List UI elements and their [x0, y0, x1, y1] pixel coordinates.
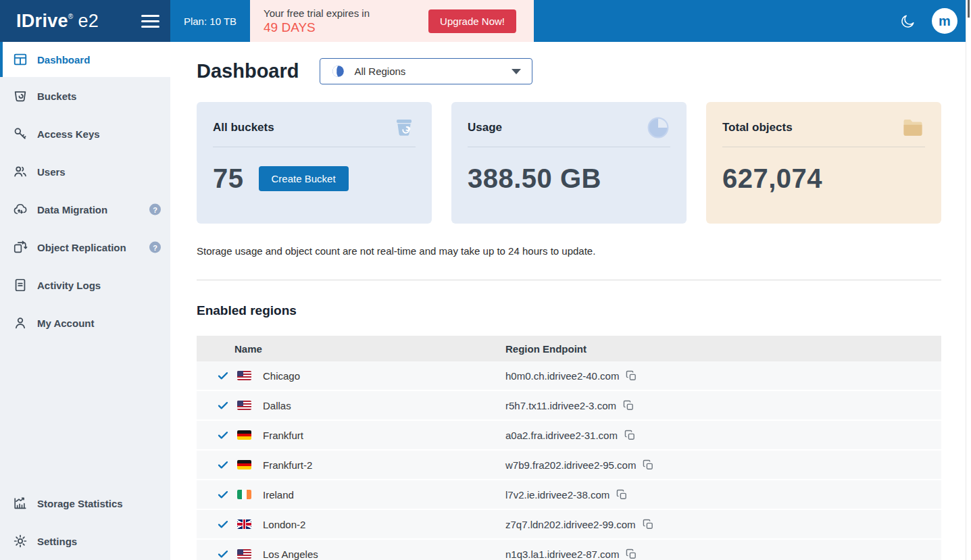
sidebar-item-storage-statistics[interactable]: Storage Statistics — [0, 484, 170, 522]
sidebar-item-users[interactable]: Users — [0, 153, 170, 190]
sidebar-item-label: My Account — [37, 317, 94, 329]
flag-icon — [237, 401, 251, 410]
person-icon — [13, 315, 28, 330]
region-endpoint: w7b9.fra202.idrivee2-95.com — [505, 459, 636, 471]
help-icon[interactable]: ? — [149, 242, 161, 253]
region-name: Dallas — [263, 400, 291, 411]
sidebar-item-label: Buckets — [37, 91, 76, 102]
region-endpoint: z7q7.ldn202.idrivee2-99.com — [505, 519, 636, 530]
region-endpoint: a0a2.fra.idrivee2-31.com — [505, 430, 618, 441]
hamburger-menu-icon[interactable] — [141, 15, 159, 28]
sidebar-item-label: Dashboard — [37, 54, 90, 66]
top-bar-right: m — [534, 0, 971, 42]
usage-card: Usage 388.50 GB — [451, 102, 687, 224]
sidebar: Dashboard Buckets Access Keys Users Data… — [0, 42, 170, 560]
region-name: Frankfurt-2 — [263, 459, 312, 471]
trial-days-remaining: 49 DAYS — [264, 20, 370, 35]
region-endpoint: r5h7.tx11.idrivee2-3.com — [505, 400, 616, 411]
help-icon[interactable]: ? — [149, 204, 161, 215]
plan-badge: Plan: 10 TB — [170, 0, 250, 42]
gear-icon — [13, 534, 28, 549]
upgrade-now-button[interactable]: Upgrade Now! — [428, 9, 516, 33]
scrollbar-thumb[interactable] — [968, 0, 970, 18]
logo-brand: IDrive — [16, 11, 68, 32]
sidebar-item-label: Storage Statistics — [37, 498, 123, 509]
region-name: Frankfurt — [263, 430, 303, 441]
avatar[interactable]: m — [932, 8, 957, 34]
checkmark-icon — [217, 429, 229, 441]
pie-chart-icon — [646, 116, 670, 140]
region-endpoint: l7v2.ie.idrivee2-38.com — [505, 489, 609, 501]
bucket-icon — [13, 88, 28, 103]
storage-note: Storage usage and object count are not r… — [197, 245, 941, 257]
table-row: Dallas r5h7.tx11.idrivee2-3.com — [197, 391, 941, 421]
sidebar-item-label: Users — [37, 166, 66, 178]
stat-cards: All buckets 75 Create Bucket Usage 388.5… — [197, 102, 941, 224]
checkmark-icon — [217, 518, 229, 530]
logo-block: IDrive®e2 — [0, 0, 170, 42]
table-header: Name Region Endpoint — [197, 336, 941, 361]
sidebar-item-dashboard[interactable]: Dashboard — [0, 42, 170, 77]
column-header-endpoint: Region Endpoint — [505, 343, 587, 355]
table-row: Ireland l7v2.ie.idrivee2-38.com — [197, 480, 941, 510]
create-bucket-button[interactable]: Create Bucket — [259, 166, 349, 191]
sidebar-item-access-keys[interactable]: Access Keys — [0, 115, 170, 153]
checkmark-icon — [217, 548, 229, 560]
region-name: Los Angeles — [263, 549, 318, 560]
flag-icon — [237, 549, 251, 559]
copy-icon[interactable] — [643, 519, 654, 530]
table-row: London-2 z7q7.ldn202.idrivee2-99.com — [197, 510, 941, 540]
flag-icon — [237, 490, 251, 499]
copy-icon[interactable] — [623, 400, 634, 411]
copy-icon[interactable] — [626, 549, 637, 560]
table-row: Frankfurt a0a2.fra.idrivee2-31.com — [197, 421, 941, 451]
dashboard-icon — [13, 52, 28, 67]
idrive-e2-logo: IDrive®e2 — [16, 11, 99, 32]
users-icon — [13, 164, 28, 179]
copy-icon[interactable] — [616, 489, 628, 501]
folder-icon — [901, 116, 925, 140]
checkmark-icon — [217, 488, 229, 501]
all-buckets-card: All buckets 75 Create Bucket — [197, 102, 432, 224]
main-content: Dashboard All Regions All buckets 75 Cre… — [170, 42, 966, 560]
registered-mark: ® — [68, 13, 74, 20]
sidebar-item-label: Object Replication — [37, 242, 126, 253]
objects-count: 627,074 — [722, 163, 822, 194]
flag-icon — [237, 371, 251, 380]
sidebar-item-my-account[interactable]: My Account — [0, 304, 170, 342]
copy-icon[interactable] — [626, 370, 637, 382]
regions-table: Name Region Endpoint Chicago h0m0.ch.idr… — [197, 336, 941, 560]
sidebar-item-settings[interactable]: Settings — [0, 522, 170, 560]
bucket-icon — [393, 116, 416, 139]
logo-product: e2 — [78, 11, 99, 32]
region-name: Chicago — [263, 370, 300, 382]
flag-icon — [237, 430, 251, 440]
moon-icon[interactable] — [900, 14, 916, 29]
sidebar-item-label: Data Migration — [37, 204, 107, 215]
chevron-down-icon — [512, 69, 521, 74]
top-bar: IDrive®e2 Plan: 10 TB Your free trial ex… — [0, 0, 971, 42]
region-name: Ireland — [263, 489, 294, 501]
sidebar-item-buckets[interactable]: Buckets — [0, 77, 170, 115]
page-title: Dashboard — [197, 60, 299, 82]
table-row: Los Angeles n1q3.la1.idrivee2-87.com — [197, 540, 941, 560]
table-row: Frankfurt-2 w7b9.fra202.idrivee2-95.com — [197, 451, 941, 480]
copy-icon[interactable] — [643, 459, 654, 471]
sidebar-item-label: Activity Logs — [37, 280, 101, 291]
copy-icon[interactable] — [624, 430, 636, 441]
total-objects-card: Total objects 627,074 — [706, 102, 941, 224]
sidebar-item-activity-logs[interactable]: Activity Logs — [0, 266, 170, 304]
column-header-name: Name — [234, 343, 262, 355]
section-divider — [197, 280, 941, 280]
bar-chart-icon — [13, 496, 28, 511]
enabled-regions-heading: Enabled regions — [197, 303, 941, 318]
checkmark-icon — [217, 370, 229, 382]
sidebar-footer: Storage Statistics Settings — [0, 484, 170, 560]
scrollbar[interactable] — [966, 0, 971, 560]
sidebar-item-data-migration[interactable]: Data Migration ? — [0, 190, 170, 228]
sidebar-item-object-replication[interactable]: Object Replication ? — [0, 228, 170, 266]
globe-icon — [331, 64, 345, 78]
region-endpoint: n1q3.la1.idrivee2-87.com — [505, 549, 619, 560]
usage-value: 388.50 GB — [468, 163, 601, 194]
region-filter-dropdown[interactable]: All Regions — [320, 58, 532, 84]
